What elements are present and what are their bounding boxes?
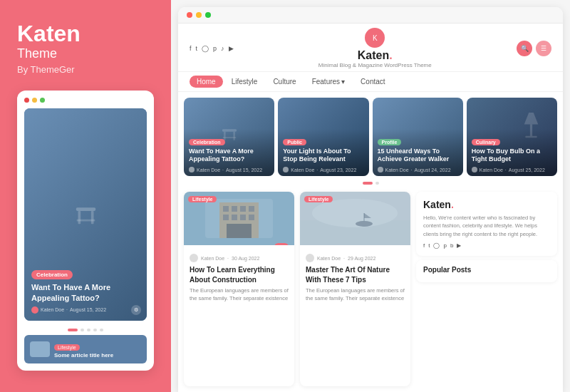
mockup-hero: Celebration Want To Have A More Appealin… bbox=[24, 108, 147, 320]
dot-yellow bbox=[32, 98, 37, 103]
article-separator-1: · bbox=[227, 256, 229, 261]
header-search-btn[interactable]: 🔍 bbox=[517, 41, 532, 56]
svg-point-26 bbox=[356, 221, 373, 227]
svg-rect-14 bbox=[223, 206, 229, 212]
article-meta-1: Katen Doe · 30 Aug 2022 bbox=[190, 254, 289, 262]
chevron-down-icon: ▾ bbox=[341, 78, 345, 86]
featured-date-4: August 25, 2022 bbox=[509, 167, 545, 172]
featured-author-4: Katen Doe bbox=[480, 167, 503, 172]
site-nav: Home Lifestyle Culture Features ▾ Contac… bbox=[178, 72, 563, 92]
featured-tag-2: Public bbox=[283, 139, 306, 145]
sidebar-social-p[interactable]: p bbox=[443, 242, 446, 249]
article-card-1[interactable]: Lifestyle 23 Katen Doe · 30 Aug 2022 How… bbox=[184, 192, 294, 386]
sidebar-social-yt[interactable]: ▶ bbox=[457, 242, 461, 249]
site-name-text: Katen bbox=[358, 49, 389, 61]
nav-features[interactable]: Features ▾ bbox=[305, 76, 352, 88]
article-img-2: Lifestyle bbox=[300, 192, 410, 245]
article-separator-2: · bbox=[343, 256, 345, 261]
sidebar-social-be[interactable]: b bbox=[450, 242, 453, 249]
svg-rect-3 bbox=[76, 220, 95, 222]
featured-card-2-overlay: Public Your Light Is About To Stop Being… bbox=[278, 129, 368, 176]
featured-card-4[interactable]: Culinary How To Buy Bulb On a Tight Budg… bbox=[467, 98, 557, 176]
article-meta-2: Katen Doe · 29 Aug 2022 bbox=[306, 254, 405, 262]
sidebar-social-t[interactable]: t bbox=[428, 242, 430, 249]
svg-rect-22 bbox=[227, 224, 252, 238]
sidebar-description: Hello, We're content writer who is fasci… bbox=[423, 214, 550, 238]
popular-posts-title: Popular Posts bbox=[423, 266, 550, 274]
dot-red bbox=[24, 98, 29, 103]
featured-tag-3: Profile bbox=[378, 139, 402, 145]
dot-green bbox=[40, 98, 45, 103]
nav-lifestyle[interactable]: Lifestyle bbox=[224, 76, 265, 88]
article-date-2: 29 Aug 2022 bbox=[348, 256, 375, 261]
mockup-hero-overlay: Celebration Want To Have A More Appealin… bbox=[31, 267, 140, 314]
featured-tag-4: Culinary bbox=[472, 139, 500, 145]
article-excerpt-1: The European languages are members of th… bbox=[190, 287, 289, 302]
svg-rect-21 bbox=[249, 215, 254, 220]
mockup-avatar bbox=[31, 306, 38, 314]
mockup-bottom-title: Some article title here bbox=[54, 352, 113, 359]
featured-author-2: Katen Doe bbox=[291, 167, 314, 172]
chrome-dot-red bbox=[187, 12, 192, 18]
pagination-dot-1[interactable] bbox=[375, 182, 379, 185]
featured-title-1: Want To Have A More Appealing Tattoo? bbox=[189, 148, 269, 164]
mobile-mockup: Celebration Want To Have A More Appealin… bbox=[17, 91, 154, 371]
svg-rect-18 bbox=[223, 215, 229, 220]
brand-title: Katen bbox=[17, 21, 154, 46]
social-twitter[interactable]: t bbox=[196, 45, 198, 52]
mockup-browser-dots bbox=[24, 98, 147, 103]
featured-card-2[interactable]: Public Your Light Is About To Stop Being… bbox=[278, 98, 368, 176]
featured-avatar-1 bbox=[189, 167, 195, 172]
header-menu-btn[interactable]: ☰ bbox=[536, 41, 551, 56]
svg-rect-0 bbox=[76, 208, 95, 212]
sidebar-name: Katen bbox=[423, 199, 451, 210]
featured-title-4: How To Buy Bulb On a Tight Budget bbox=[472, 148, 552, 164]
sidebar-social-ig[interactable]: ◯ bbox=[433, 242, 440, 249]
article-title-1: How To Learn Everything About Constructi… bbox=[190, 265, 289, 284]
svg-marker-8 bbox=[524, 113, 539, 124]
nav-culture[interactable]: Culture bbox=[266, 76, 303, 88]
featured-author-1: Katen Doe bbox=[197, 167, 220, 172]
featured-author-3: Katen Doe bbox=[385, 167, 409, 172]
chrome-dot-yellow bbox=[196, 12, 202, 18]
article-tag-2: Lifestyle bbox=[304, 196, 333, 202]
article-card-2[interactable]: Lifestyle Katen Doe · 29 Aug 2022 Master… bbox=[300, 192, 410, 386]
sidebar-brand: Katen. bbox=[423, 199, 550, 210]
featured-cards-row: Celebration Want To Have A More Appealin… bbox=[178, 92, 563, 180]
featured-card-3[interactable]: Profile 15 Unheard Ways To Achieve Great… bbox=[373, 98, 463, 176]
social-tiktok[interactable]: ♪ bbox=[221, 45, 224, 52]
nav-contact[interactable]: Contact bbox=[353, 76, 392, 88]
featured-pagination bbox=[178, 180, 563, 188]
brand-by: By ThemeGer bbox=[17, 64, 154, 75]
featured-meta-3: Katen Doe · August 24, 2022 bbox=[378, 167, 458, 172]
mockup-hero-title: Want To Have A More Appealing Tattoo? bbox=[31, 282, 140, 304]
pagination-dot-active[interactable] bbox=[363, 182, 373, 185]
mockup-bottom-tag: Lifestyle bbox=[54, 344, 80, 351]
stool-illustration bbox=[66, 195, 105, 234]
header-social-icons: f t ◯ p ♪ ▶ bbox=[190, 45, 234, 52]
slider-dot-2 bbox=[87, 329, 90, 331]
social-pinterest[interactable]: p bbox=[213, 45, 217, 52]
social-facebook[interactable]: f bbox=[190, 45, 192, 52]
chrome-dot-green bbox=[205, 12, 211, 18]
social-instagram[interactable]: ◯ bbox=[202, 45, 209, 52]
sidebar-social-f[interactable]: f bbox=[423, 242, 425, 249]
mockup-hero-tag: Celebration bbox=[31, 270, 73, 279]
slider-dot-active bbox=[68, 329, 78, 331]
mockup-settings-icon[interactable]: ⚙ bbox=[131, 305, 141, 315]
slider-dot-3 bbox=[93, 329, 97, 331]
svg-rect-16 bbox=[240, 206, 246, 212]
site-header: f t ◯ p ♪ ▶ K Katen. Minimal Blog & Maga… bbox=[178, 24, 563, 72]
social-youtube[interactable]: ▶ bbox=[229, 45, 234, 52]
brand-theme: Theme bbox=[17, 46, 154, 61]
featured-card-4-overlay: Culinary How To Buy Bulb On a Tight Budg… bbox=[467, 129, 557, 176]
svg-rect-17 bbox=[249, 206, 254, 212]
article-body-2: Katen Doe · 29 Aug 2022 Master The Art O… bbox=[300, 245, 410, 306]
article-body-1: Katen Doe · 30 Aug 2022 How To Learn Eve… bbox=[184, 245, 294, 306]
site-name-dot: . bbox=[389, 49, 392, 61]
nav-home[interactable]: Home bbox=[190, 76, 223, 88]
svg-rect-19 bbox=[232, 215, 237, 220]
svg-rect-20 bbox=[240, 215, 246, 220]
featured-card-1[interactable]: Celebration Want To Have A More Appealin… bbox=[184, 98, 274, 176]
featured-date-1: August 15, 2022 bbox=[226, 167, 262, 172]
